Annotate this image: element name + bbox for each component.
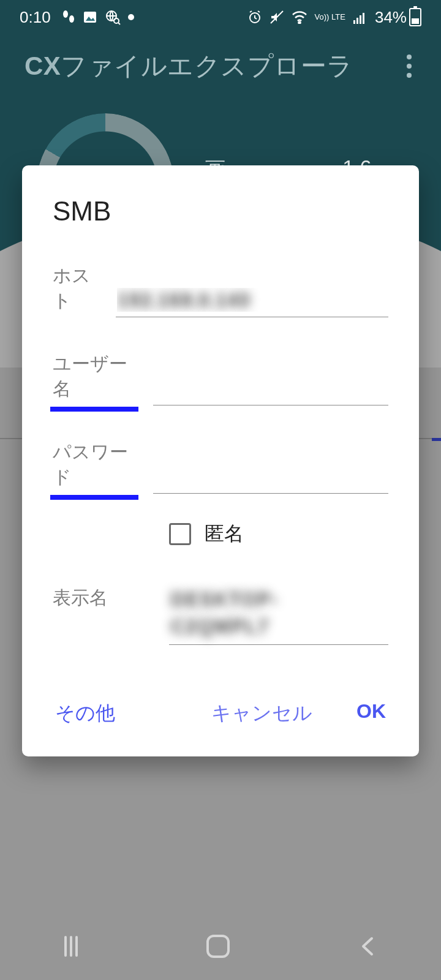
app-title-rest: ファイルエクスプローラ [61,51,353,80]
username-label: ユーザー名 [53,352,136,405]
overflow-menu-button[interactable] [402,50,417,83]
battery-percent: 34% [375,8,407,27]
anonymous-checkbox[interactable] [169,523,191,545]
status-bar: 0:10 Vo)) LTE 34% [0,0,441,34]
host-label: ホスト [53,263,99,317]
alarm-icon [247,10,262,24]
footsteps-icon [62,10,75,24]
dialog-actions: その他 キャンセル OK [53,671,388,732]
svg-point-0 [63,10,68,18]
field-row-username: ユーザー名 [53,352,388,405]
anonymous-label: 匿名 [205,521,244,548]
displayname-input[interactable]: DESKTOP- C2QMPL7 [169,582,388,645]
svg-point-5 [114,18,119,23]
svg-rect-13 [363,13,364,24]
field-row-host: ホスト [53,263,388,317]
svg-point-1 [69,15,74,23]
battery-indicator: 34% [375,8,421,27]
notification-dot-icon [128,14,134,20]
svg-line-6 [118,23,120,24]
system-nav-bar [0,913,441,980]
signal-icon [353,10,368,24]
username-input[interactable] [153,375,388,405]
field-row-displayname: 表示名 DESKTOP- C2QMPL7 [53,582,388,645]
nav-home-button[interactable] [206,935,230,958]
app-header: CXファイルエクスプローラ [0,49,441,83]
displayname-label: 表示名 [53,582,152,614]
anonymous-row[interactable]: 匿名 [169,521,388,548]
svg-point-9 [298,22,300,24]
nav-back-button[interactable] [358,936,377,957]
svg-rect-10 [353,20,355,24]
dialog-title: SMB [53,196,388,227]
host-input[interactable] [116,284,388,317]
ok-button[interactable]: OK [354,695,388,732]
password-input[interactable] [153,464,388,494]
password-label: パスワード [53,440,136,494]
vibrate-mute-icon [270,10,284,24]
cancel-button[interactable]: キャンセル [209,695,315,732]
smb-dialog: SMB ホスト ユーザー名 パスワード 匿名 表示名 DESKTOP- C2QM… [22,165,419,756]
wifi-icon [292,10,307,24]
app-title: CXファイルエクスプローラ [24,49,353,83]
nav-recent-button[interactable] [64,936,78,957]
field-row-password: パスワード [53,440,388,494]
svg-rect-2 [84,12,96,23]
volte-label: Vo)) LTE [315,13,345,21]
status-clock: 0:10 [20,8,51,27]
image-icon [83,10,97,24]
svg-rect-11 [356,18,358,24]
svg-rect-12 [360,15,361,24]
app-brand: CX [24,51,61,80]
more-button[interactable]: その他 [53,695,118,732]
globe-search-icon [105,9,121,25]
battery-icon [409,8,421,26]
